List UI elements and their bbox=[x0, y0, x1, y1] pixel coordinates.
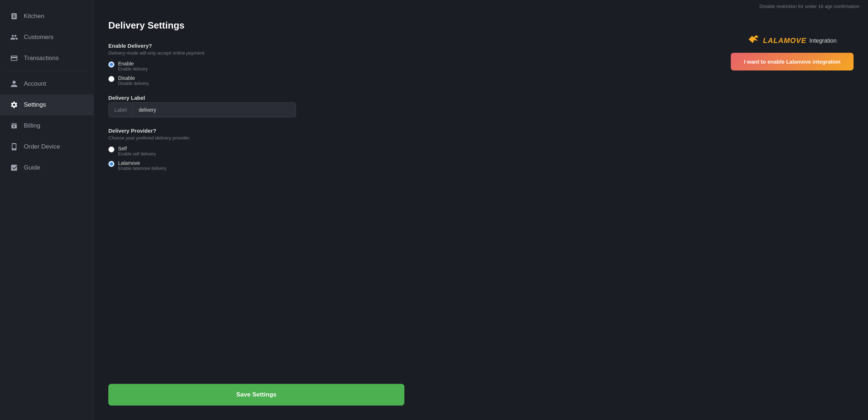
sidebar-item-account[interactable]: Account bbox=[0, 73, 94, 94]
main-content: Disable restriction for under 18 age con… bbox=[94, 0, 868, 420]
order-device-icon bbox=[10, 143, 18, 151]
disable-radio-input[interactable] bbox=[108, 76, 114, 82]
sidebar-item-guide[interactable]: Guide bbox=[0, 157, 94, 178]
sidebar: Kitchen Customers Transactions Account bbox=[0, 0, 94, 420]
disable-radio-labels: Disable Disable delivery bbox=[118, 75, 149, 86]
disable-radio-option[interactable]: Disable Disable delivery bbox=[108, 75, 854, 86]
kitchen-icon bbox=[10, 12, 18, 20]
sidebar-item-transactions-label: Transactions bbox=[24, 55, 59, 62]
delivery-provider-subtitle: Choose your prefered delivery provider. bbox=[108, 135, 854, 141]
enable-radio-desc: Enable delivery bbox=[118, 67, 148, 72]
account-icon bbox=[10, 80, 18, 88]
sidebar-item-settings[interactable]: Settings bbox=[0, 94, 94, 115]
sidebar-item-account-label: Account bbox=[24, 80, 46, 87]
top-bar: Disable restriction for under 18 age con… bbox=[94, 0, 868, 13]
self-radio-desc: Enable self delivery. bbox=[118, 151, 157, 157]
lalamove-enable-button[interactable]: I want to enable Lalamove integration bbox=[731, 53, 854, 70]
delivery-provider-title: Delivery Provider? bbox=[108, 128, 854, 134]
self-radio-option[interactable]: Self Enable self delivery. bbox=[108, 146, 854, 157]
lalamove-radio-option[interactable]: Lalamove Enable lalamove delivery. bbox=[108, 160, 854, 171]
settings-icon bbox=[10, 101, 18, 109]
integration-panel: LALAMOVE Integration I want to enable La… bbox=[731, 34, 854, 70]
lalamove-bird-icon bbox=[748, 34, 760, 47]
delivery-label-input-wrapper: Label bbox=[108, 102, 296, 117]
delivery-label-title: Delivery Label bbox=[108, 95, 854, 101]
self-radio-labels: Self Enable self delivery. bbox=[118, 146, 157, 157]
transactions-icon bbox=[10, 54, 18, 62]
sidebar-item-order-device[interactable]: Order Device bbox=[0, 136, 94, 157]
sidebar-item-guide-label: Guide bbox=[24, 164, 40, 171]
sidebar-item-transactions[interactable]: Transactions bbox=[0, 48, 94, 69]
lalamove-brand-name: LALAMOVE bbox=[763, 37, 806, 45]
sidebar-item-kitchen-label: Kitchen bbox=[24, 13, 44, 20]
enable-radio-label: Enable bbox=[118, 61, 148, 67]
lalamove-logo-row: LALAMOVE Integration bbox=[748, 34, 837, 47]
enable-radio-labels: Enable Enable delivery bbox=[118, 61, 148, 72]
customers-icon bbox=[10, 33, 18, 41]
sidebar-item-settings-label: Settings bbox=[24, 101, 46, 108]
sidebar-item-kitchen[interactable]: Kitchen bbox=[0, 6, 94, 27]
billing-icon bbox=[10, 122, 18, 130]
save-bar: Save Settings bbox=[94, 384, 868, 420]
lalamove-radio-desc: Enable lalamove delivery. bbox=[118, 166, 167, 171]
delivery-provider-section: Delivery Provider? Choose your prefered … bbox=[108, 128, 854, 171]
age-notice: Disable restriction for under 18 age con… bbox=[759, 4, 859, 9]
self-radio-input[interactable] bbox=[108, 146, 114, 153]
save-settings-button[interactable]: Save Settings bbox=[108, 384, 404, 406]
delivery-label-section: Delivery Label Label bbox=[108, 95, 854, 117]
delivery-label-input[interactable] bbox=[133, 103, 296, 117]
self-radio-label: Self bbox=[118, 146, 157, 151]
lalamove-radio-input[interactable] bbox=[108, 161, 114, 167]
sidebar-item-customers-label: Customers bbox=[24, 34, 53, 41]
enable-radio-input[interactable] bbox=[108, 61, 114, 68]
sidebar-divider-1 bbox=[6, 71, 88, 71]
sidebar-item-billing-label: Billing bbox=[24, 122, 40, 129]
input-prefix: Label bbox=[109, 103, 133, 117]
lalamove-radio-labels: Lalamove Enable lalamove delivery. bbox=[118, 160, 167, 171]
lalamove-integration-label: Integration bbox=[810, 38, 837, 44]
sidebar-item-customers[interactable]: Customers bbox=[0, 27, 94, 48]
content-area: Delivery Settings Enable Delivery? Deliv… bbox=[94, 13, 868, 384]
disable-radio-desc: Disable delivery bbox=[118, 81, 149, 86]
lalamove-radio-label: Lalamove bbox=[118, 160, 167, 166]
guide-icon bbox=[10, 164, 18, 172]
sidebar-item-billing[interactable]: Billing bbox=[0, 115, 94, 136]
sidebar-item-order-device-label: Order Device bbox=[24, 143, 60, 150]
page-title: Delivery Settings bbox=[108, 20, 854, 31]
disable-radio-label: Disable bbox=[118, 75, 149, 81]
